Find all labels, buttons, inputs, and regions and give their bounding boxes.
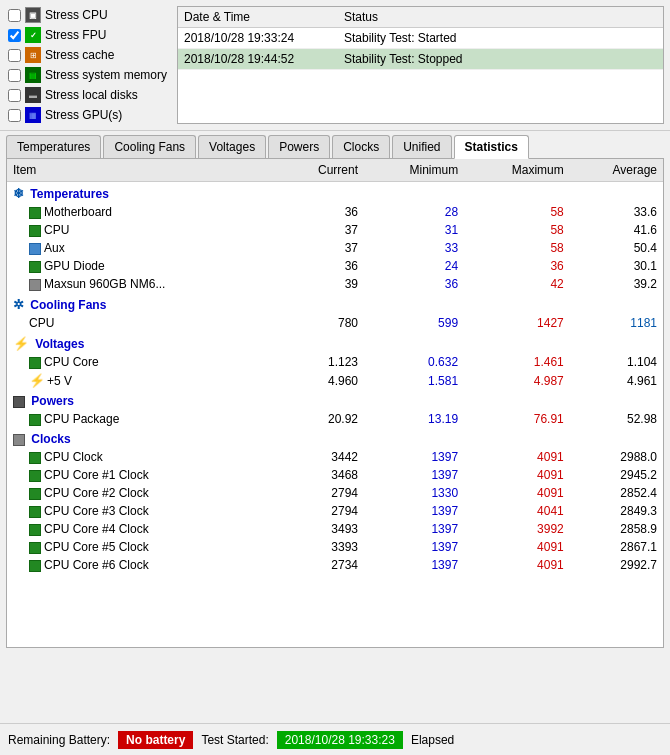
cpu-c4-min: 1397 [364,520,464,538]
col-item: Item [7,159,278,182]
table-row: CPU Core #3 Clock 2794 1397 4041 2849.3 [7,502,663,520]
section-fan-label: Cooling Fans [30,298,106,312]
table-row: Motherboard 36 28 58 33.6 [7,203,663,221]
item-cpu-core6-clock: CPU Core #6 Clock [7,556,278,574]
cpu-pkg-current: 20.92 [278,410,364,428]
cpu-c1-icon [29,470,41,482]
cpu-c2-current: 2794 [278,484,364,502]
stress-cpu-label: Stress CPU [45,8,108,22]
cpu-clock-current: 3442 [278,448,364,466]
cache-icon: ⊞ [25,47,41,63]
item-cpu-temp: CPU [7,221,278,239]
table-row: CPU Core #5 Clock 3393 1397 4091 2867.1 [7,538,663,556]
motherboard-max: 58 [464,203,570,221]
tab-voltages[interactable]: Voltages [198,135,266,158]
item-cpu-fan: CPU [7,314,278,332]
test-started-value: 2018/10/28 19:33:23 [277,731,403,749]
tab-statistics[interactable]: Statistics [454,135,529,159]
gpu-diode-min: 24 [364,257,464,275]
tab-temperatures[interactable]: Temperatures [6,135,101,158]
tab-unified[interactable]: Unified [392,135,451,158]
item-cpu-core5-clock: CPU Core #5 Clock [7,538,278,556]
cpu-temp-max: 58 [464,221,570,239]
cpu-c1-current: 3468 [278,466,364,484]
cpu-clock-avg: 2988.0 [570,448,663,466]
maxsun-min: 36 [364,275,464,293]
aux-icon [29,243,41,255]
section-temperatures: ❄ Temperatures [7,182,663,204]
aux-min: 33 [364,239,464,257]
cpu-c5-avg: 2867.1 [570,538,663,556]
cpu-fan-max: 1427 [464,314,570,332]
motherboard-icon [29,207,41,219]
aux-max: 58 [464,239,570,257]
cpu-c3-min: 1397 [364,502,464,520]
stress-cache-checkbox[interactable] [8,49,21,62]
cpu-c2-icon [29,488,41,500]
log-status-2: Stability Test: Stopped [344,52,657,66]
stress-gpu-checkbox[interactable] [8,109,21,122]
col-current: Current [278,159,364,182]
section-volt-label: Voltages [35,337,84,351]
cpu-c6-current: 2734 [278,556,364,574]
aux-current: 37 [278,239,364,257]
log-header: Date & Time Status [178,7,663,28]
cpu-c6-icon [29,560,41,572]
gpu-diode-max: 36 [464,257,570,275]
table-row: CPU Clock 3442 1397 4091 2988.0 [7,448,663,466]
cpu-c3-current: 2794 [278,502,364,520]
stress-mem-checkbox[interactable] [8,69,21,82]
cpu-c5-min: 1397 [364,538,464,556]
cpu-fan-avg: 1181 [570,314,663,332]
log-col-status: Status [344,10,657,24]
tab-cooling-fans[interactable]: Cooling Fans [103,135,196,158]
table-row: CPU Core #6 Clock 2734 1397 4091 2992.7 [7,556,663,574]
stress-disk-checkbox[interactable] [8,89,21,102]
cpu-icon: ▣ [25,7,41,23]
5v-max: 4.987 [464,371,570,390]
cpu-c5-max: 4091 [464,538,570,556]
stress-disk-item: ▬ Stress local disks [6,86,169,104]
tab-powers[interactable]: Powers [268,135,330,158]
cpu-temp-icon [29,225,41,237]
tab-clocks[interactable]: Clocks [332,135,390,158]
cpu-c2-min: 1330 [364,484,464,502]
stress-fpu-item: ✓ Stress FPU [6,26,169,44]
cpu-core-avg: 1.104 [570,353,663,371]
gpu-diode-avg: 30.1 [570,257,663,275]
top-panel: ▣ Stress CPU ✓ Stress FPU ⊞ Stress cache… [0,0,670,130]
table-row: GPU Diode 36 24 36 30.1 [7,257,663,275]
table-row: Aux 37 33 58 50.4 [7,239,663,257]
stress-cpu-checkbox[interactable] [8,9,21,22]
stress-cpu-item: ▣ Stress CPU [6,6,169,24]
elapsed-label: Elapsed [411,733,454,747]
status-bar: Remaining Battery: No battery Test Start… [0,723,670,755]
table-row: CPU 37 31 58 41.6 [7,221,663,239]
stress-disk-label: Stress local disks [45,88,138,102]
maxsun-current: 39 [278,275,364,293]
statistics-panel: Item Current Minimum Maximum Average ❄ T… [6,158,664,648]
log-col-datetime: Date & Time [184,10,344,24]
disk-icon: ▬ [25,87,41,103]
gpu-icon: ▦ [25,107,41,123]
item-cpu-core4-clock: CPU Core #4 Clock [7,520,278,538]
cpu-core-icon [29,357,41,369]
power-section-icon [13,396,25,408]
cpu-c2-max: 4091 [464,484,570,502]
cpu-clock-icon [29,452,41,464]
section-cooling-fans: ✲ Cooling Fans [7,293,663,314]
table-row: Maxsun 960GB NM6... 39 36 42 39.2 [7,275,663,293]
cpu-c3-avg: 2849.3 [570,502,663,520]
motherboard-min: 28 [364,203,464,221]
table-row: CPU 780 599 1427 1181 [7,314,663,332]
col-minimum: Minimum [364,159,464,182]
clock-section-icon [13,434,25,446]
item-cpu-clock: CPU Clock [7,448,278,466]
stress-fpu-checkbox[interactable] [8,29,21,42]
cpu-pkg-icon [29,414,41,426]
cpu-c1-avg: 2945.2 [570,466,663,484]
fpu-icon: ✓ [25,27,41,43]
battery-badge: No battery [118,731,193,749]
cpu-c5-icon [29,542,41,554]
cpu-fan-current: 780 [278,314,364,332]
